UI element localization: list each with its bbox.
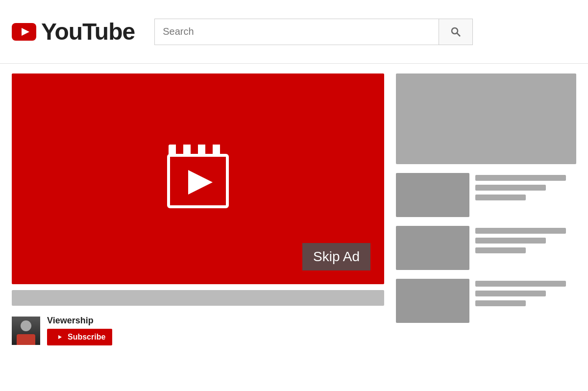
video-title-line2 [475, 238, 546, 244]
video-meta-line [475, 300, 526, 306]
video-title-line [475, 175, 566, 181]
thumbnail [396, 279, 469, 323]
svg-point-2 [452, 28, 458, 34]
video-meta-line [475, 247, 526, 253]
list-item [396, 279, 576, 323]
video-progress-bar[interactable] [12, 290, 384, 306]
svg-rect-8 [220, 145, 227, 155]
right-column [396, 73, 576, 381]
video-info [475, 279, 576, 306]
svg-rect-7 [205, 145, 213, 155]
svg-rect-6 [191, 145, 198, 155]
thumbnail [396, 226, 469, 270]
search-input[interactable] [154, 19, 439, 45]
channel-details: Viewership Subscribe [47, 316, 112, 345]
channel-info: Viewership Subscribe [12, 312, 384, 349]
video-clapper-icon [159, 142, 237, 216]
video-info [475, 226, 576, 253]
avatar-image [12, 317, 40, 345]
logo-area: YouTube [12, 18, 135, 45]
channel-name: Viewership [47, 316, 112, 326]
list-item [396, 173, 576, 217]
video-meta-line [475, 195, 526, 200]
search-area [154, 19, 473, 45]
subscribe-play-icon [54, 333, 65, 341]
subscribe-button[interactable]: Subscribe [47, 329, 112, 345]
video-title-line [475, 228, 566, 234]
video-info [475, 173, 576, 200]
svg-line-3 [457, 33, 461, 36]
video-player[interactable]: Skip Ad [12, 73, 384, 284]
skip-ad-button[interactable]: Skip Ad [302, 243, 370, 270]
main-content: Skip Ad Viewership Subscribe [0, 64, 588, 391]
list-item [396, 226, 576, 270]
thumbnail [396, 173, 469, 217]
channel-avatar [12, 317, 40, 345]
video-title-line2 [475, 185, 546, 191]
svg-rect-5 [176, 145, 183, 155]
skip-ad-label: Skip Ad [313, 249, 360, 264]
search-button[interactable] [439, 19, 473, 45]
left-column: Skip Ad Viewership Subscribe [12, 73, 384, 381]
subscribe-label: Subscribe [68, 333, 105, 342]
ad-banner [396, 73, 576, 164]
svg-marker-10 [188, 170, 213, 195]
youtube-logo-icon [12, 23, 36, 41]
header: YouTube [0, 0, 588, 64]
search-icon [450, 26, 462, 38]
logo-text: YouTube [41, 18, 135, 45]
video-title-line2 [475, 291, 546, 296]
video-title-line [475, 281, 566, 287]
